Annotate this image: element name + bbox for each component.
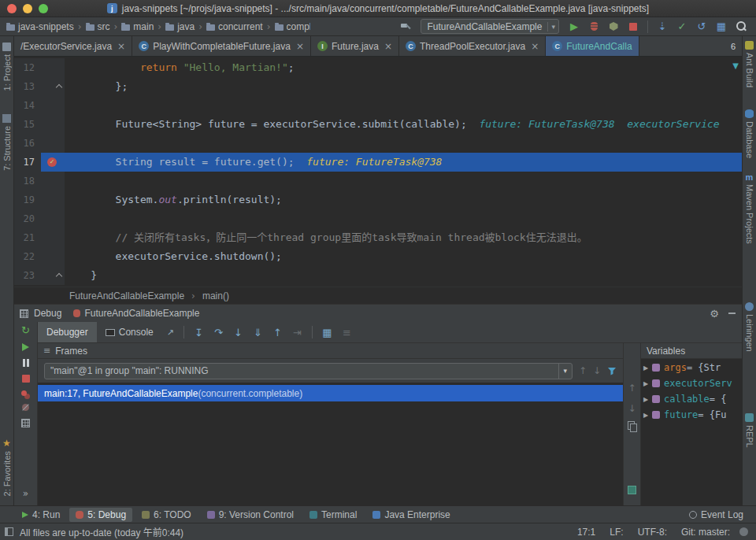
commit-button[interactable]: ✓	[673, 19, 691, 35]
expand-arrow-icon[interactable]: ▶	[643, 412, 652, 419]
thread-select[interactable]: "main"@1 in group "main": RUNNING ▾	[44, 363, 573, 379]
show-execution-point-icon[interactable]: ↧	[189, 327, 209, 338]
stack-frame-row[interactable]: main:17, FutureAndCallableExample (concu…	[38, 385, 623, 401]
resume-button[interactable]	[22, 343, 29, 351]
step-into-icon[interactable]: ↓	[228, 327, 248, 338]
toolwindow-stripe-button[interactable]: Database	[745, 109, 754, 158]
thread-dump-icon[interactable]	[628, 486, 636, 494]
toolwindow-stripe-button[interactable]: REPL	[745, 413, 754, 448]
update-project-button[interactable]: ⇣	[654, 19, 671, 35]
status-item[interactable]: Git: master:	[681, 527, 730, 538]
gutter-markers[interactable]	[41, 77, 65, 96]
revert-button[interactable]: ↺	[693, 19, 710, 35]
gutter-markers[interactable]	[41, 115, 65, 134]
zoom-window-button[interactable]	[39, 4, 48, 13]
view-grid-button[interactable]: ▦	[713, 19, 730, 35]
code-line[interactable]: 22 executorService.shutdown();	[14, 247, 742, 266]
gutter-markers[interactable]	[41, 247, 65, 266]
expand-arrow-icon[interactable]: ▶	[643, 364, 652, 372]
debug-session-tab[interactable]: FutureAndCallableExample	[67, 305, 206, 322]
down-icon[interactable]: ↓	[628, 403, 636, 414]
code-line[interactable]: 16	[14, 134, 742, 153]
pause-button[interactable]	[23, 359, 29, 367]
force-step-into-icon[interactable]: ⇓	[248, 327, 268, 338]
tab-debugger[interactable]: Debugger	[38, 322, 97, 342]
gutter-markers[interactable]	[41, 134, 65, 153]
toolwindow-stripe-button[interactable]: ★2: Favorites	[2, 439, 12, 496]
code-line[interactable]: 18	[14, 172, 742, 190]
code-line[interactable]: 17✓ String result = future.get(); future…	[14, 153, 742, 172]
run-to-cursor-icon[interactable]: ⇥	[287, 327, 307, 338]
fold-marker-icon[interactable]	[56, 84, 62, 91]
expand-arrow-icon[interactable]: ▶	[643, 380, 652, 387]
code-text[interactable]: Future<String> future = executorService.…	[65, 115, 742, 134]
breadcrumb-item[interactable]: completable	[273, 21, 312, 32]
run-configuration-select[interactable]: FutureAndCallableExample ▾	[421, 19, 559, 34]
step-out-icon[interactable]: ↑	[268, 327, 287, 338]
gutter-markers[interactable]	[41, 172, 65, 190]
gear-icon[interactable]: ⚙	[710, 308, 719, 320]
code-line[interactable]: 19 System.out.println(result);	[14, 190, 742, 209]
variables-list[interactable]: ▶args = {Str▶executorServ▶callable = {▶f…	[641, 359, 742, 505]
hidden-tabs-arrow-icon[interactable]: ▼	[732, 61, 739, 70]
editor-tab[interactable]: CThreadPoolExecutor.java×	[399, 36, 546, 56]
evaluate-expression-icon[interactable]: ▦	[317, 327, 337, 338]
expand-arrow-icon[interactable]: ▶	[643, 396, 652, 403]
breadcrumb-item[interactable]: java-snippets	[5, 21, 76, 32]
layout-settings-icon[interactable]: ≡	[337, 327, 357, 338]
toolwindow-stripe-button[interactable]: Ant Build	[745, 41, 754, 87]
code-line[interactable]: 21 // 关闭所有tasks，防止同一个thread group里面的task…	[14, 228, 742, 247]
breakpoint-icon[interactable]: ✓	[47, 157, 57, 167]
code-text[interactable]	[65, 96, 742, 115]
code-line[interactable]: 13 };	[14, 77, 742, 96]
editor-tab[interactable]: /ExecutorService.java×	[14, 36, 132, 56]
close-icon[interactable]: ×	[296, 41, 304, 52]
coverage-button[interactable]	[605, 19, 622, 35]
toolwindow-button[interactable]: 5: Debug	[69, 508, 132, 522]
breadcrumb-item[interactable]: src	[84, 21, 112, 32]
filter-icon[interactable]	[607, 366, 617, 375]
hidden-tabs-control[interactable]: 6	[724, 36, 742, 56]
gutter-markers[interactable]	[41, 96, 65, 115]
stop-button[interactable]	[624, 19, 642, 35]
toolwindow-stripe-button[interactable]: 7: Structure	[2, 114, 12, 171]
breadcrumb-item[interactable]: concurrent	[205, 21, 265, 32]
toolwindow-button[interactable]: Java Enterprise	[366, 508, 456, 522]
breadcrumb-method[interactable]: main()	[202, 290, 229, 301]
close-icon[interactable]: ×	[384, 41, 392, 52]
editor-tab[interactable]: IFuture.java×	[311, 36, 399, 56]
code-text[interactable]	[65, 134, 742, 153]
gutter-markers[interactable]	[41, 228, 65, 247]
code-text[interactable]	[65, 209, 742, 228]
up-icon[interactable]: ↑	[628, 383, 636, 394]
toolwindow-toggle-icon[interactable]	[5, 527, 13, 536]
inspection-profile-icon[interactable]	[739, 527, 748, 536]
build-project-icon[interactable]	[401, 21, 411, 31]
restore-layout-button[interactable]	[21, 419, 30, 427]
status-item[interactable]: 17:1	[577, 527, 595, 538]
debug-button[interactable]	[585, 19, 602, 35]
breadcrumb-item[interactable]: main	[120, 21, 155, 32]
code-line[interactable]: 12 return "Hello, Martian!";	[14, 58, 742, 77]
toolwindow-button[interactable]: 9: Version Control	[201, 508, 300, 522]
toolwindow-stripe-button[interactable]: Leiningen	[745, 302, 754, 352]
rerun-button[interactable]: ↻	[21, 326, 30, 335]
breadcrumb-item[interactable]: java	[164, 21, 196, 32]
previous-frame-icon[interactable]: ↑	[579, 365, 587, 376]
variable-row[interactable]: ▶future = {Fu	[641, 407, 742, 423]
status-item[interactable]: LF:	[610, 527, 623, 538]
toolwindow-button[interactable]: 4: Run	[16, 508, 66, 522]
code-line[interactable]: 14	[14, 96, 742, 115]
close-icon[interactable]: ×	[531, 41, 539, 52]
variable-row[interactable]: ▶callable = {	[641, 391, 742, 407]
toolwindow-button[interactable]: Event Log	[683, 508, 750, 522]
variable-row[interactable]: ▶executorServ	[641, 375, 742, 391]
gutter-markers[interactable]	[41, 58, 65, 77]
variable-row[interactable]: ▶args = {Str	[641, 360, 742, 375]
gutter-markers[interactable]	[41, 209, 65, 228]
frames-list[interactable]: main:17, FutureAndCallableExample (concu…	[38, 383, 623, 505]
code-text[interactable]: // 关闭所有tasks，防止同一个thread group里面的task导致m…	[65, 228, 742, 247]
breadcrumb-class[interactable]: FutureAndCallableExample	[69, 290, 184, 301]
code-text[interactable]: String result = future.get(); future: Fu…	[65, 153, 742, 172]
step-over-icon[interactable]: ↷	[209, 327, 228, 338]
